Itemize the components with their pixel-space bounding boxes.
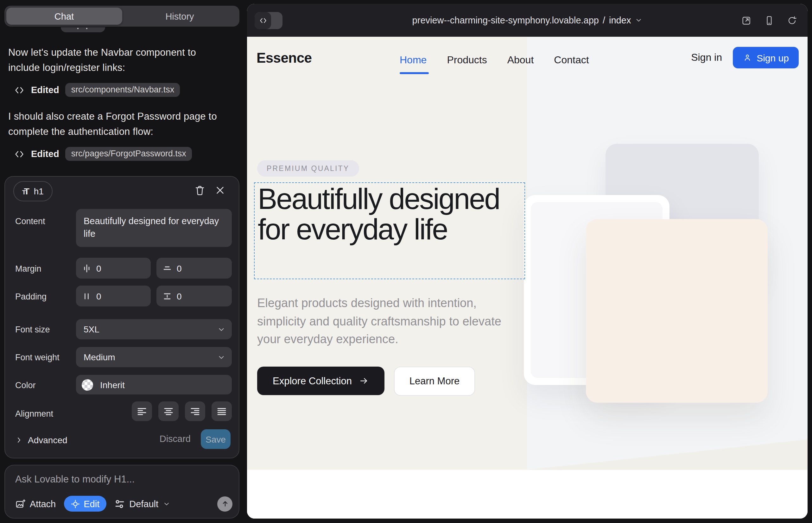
chevron-down-icon bbox=[217, 325, 226, 333]
attach-image-icon bbox=[15, 499, 25, 509]
clipped-scroll-chip bbox=[61, 27, 105, 32]
padding-y-input[interactable]: 0 bbox=[156, 286, 232, 306]
composer: Attach Edit Default bbox=[4, 465, 240, 519]
sliders-icon bbox=[114, 499, 125, 509]
code-icon bbox=[259, 16, 267, 25]
selected-h1-element[interactable]: Beautifully designed for everyday life bbox=[254, 182, 525, 279]
hero-cta-group: Explore Collection Learn More bbox=[257, 366, 475, 396]
site-content: Essence Home Products About Contact Sign… bbox=[247, 37, 808, 519]
align-justify-icon bbox=[217, 406, 227, 416]
edited-file-row: Edited src/components/Navbar.tsx bbox=[14, 83, 180, 97]
edited-label: Edited bbox=[31, 149, 59, 159]
align-justify-button[interactable] bbox=[212, 401, 232, 421]
preview-topbar: preview--charming-site-symphony.lovable.… bbox=[247, 4, 808, 37]
user-icon bbox=[743, 53, 752, 62]
margin-x-input[interactable]: 0 bbox=[76, 258, 151, 278]
explore-collection-button[interactable]: Explore Collection bbox=[257, 366, 385, 395]
font-size-label: Font size bbox=[15, 325, 50, 334]
file-chip[interactable]: src/components/Navbar.tsx bbox=[66, 83, 180, 97]
content-label: Content bbox=[15, 217, 45, 226]
color-swatch bbox=[82, 379, 93, 390]
topbar-actions bbox=[741, 15, 797, 26]
target-icon bbox=[71, 499, 80, 508]
padding-horizontal-icon bbox=[82, 292, 91, 301]
nav-link-products[interactable]: Products bbox=[447, 54, 487, 66]
auth-actions: Sign in Sign up bbox=[691, 47, 799, 68]
chevron-down-icon bbox=[635, 16, 642, 24]
alignment-group bbox=[132, 401, 232, 421]
sidebar: Chat History Now let's update the Navbar… bbox=[0, 0, 247, 523]
preview-panel: preview--charming-site-symphony.lovable.… bbox=[247, 4, 808, 519]
align-center-button[interactable] bbox=[158, 401, 179, 421]
arrow-up-icon bbox=[221, 500, 229, 508]
chat-message: I should also create a Forgot Password p… bbox=[8, 109, 229, 139]
learn-more-button[interactable]: Learn More bbox=[394, 366, 475, 396]
padding-vertical-icon bbox=[163, 292, 172, 301]
tab-history[interactable]: History bbox=[122, 7, 237, 25]
model-selector[interactable]: Default bbox=[114, 499, 170, 509]
chat-history-tabs: Chat History bbox=[4, 6, 240, 26]
save-button[interactable]: Save bbox=[201, 429, 231, 449]
margin-y-input[interactable]: 0 bbox=[156, 258, 232, 278]
chat-message: Now let's update the Navbar component to… bbox=[8, 45, 229, 75]
code-icon bbox=[14, 85, 25, 95]
element-tag: h1 bbox=[34, 186, 44, 196]
send-button[interactable] bbox=[217, 496, 232, 511]
edit-mode-button[interactable]: Edit bbox=[64, 496, 106, 511]
sign-up-button[interactable]: Sign up bbox=[733, 47, 799, 68]
trash-icon[interactable] bbox=[194, 184, 206, 196]
align-right-button[interactable] bbox=[185, 401, 205, 421]
mobile-device-icon[interactable] bbox=[764, 15, 775, 26]
chevron-down-icon bbox=[217, 353, 226, 361]
refresh-icon[interactable] bbox=[787, 15, 797, 26]
color-select[interactable]: Inherit bbox=[76, 375, 232, 395]
site-logo[interactable]: Essence bbox=[257, 50, 312, 67]
padding-x-input[interactable]: 0 bbox=[76, 286, 151, 306]
tab-chat[interactable]: Chat bbox=[6, 7, 122, 25]
text-size-icon: TT bbox=[22, 185, 30, 197]
margin-horizontal-icon bbox=[82, 264, 91, 273]
preview-url: preview--charming-site-symphony.lovable.… bbox=[412, 15, 599, 25]
margin-label: Margin bbox=[15, 264, 41, 273]
align-left-button[interactable] bbox=[132, 401, 152, 421]
advanced-toggle[interactable]: Advanced bbox=[15, 435, 68, 445]
nav-link-home[interactable]: Home bbox=[400, 54, 427, 66]
active-nav-underline bbox=[400, 72, 429, 74]
url-separator: / bbox=[603, 15, 605, 25]
chevron-right-icon bbox=[15, 436, 23, 444]
color-label: Color bbox=[15, 381, 36, 390]
chat-input[interactable] bbox=[15, 474, 227, 490]
code-view-toggle[interactable] bbox=[254, 12, 282, 29]
code-icon bbox=[14, 148, 25, 159]
open-external-icon[interactable] bbox=[741, 15, 752, 26]
url-breadcrumb[interactable]: preview--charming-site-symphony.lovable.… bbox=[412, 15, 642, 25]
font-weight-select[interactable]: Medium bbox=[76, 347, 232, 367]
discard-button[interactable]: Discard bbox=[160, 434, 191, 444]
file-chip[interactable]: src/pages/ForgotPassword.tsx bbox=[66, 147, 192, 161]
close-icon[interactable] bbox=[214, 184, 226, 196]
preview-path: index bbox=[609, 15, 631, 25]
hero-badge: PREMIUM QUALITY bbox=[257, 160, 359, 177]
attach-button[interactable]: Attach bbox=[15, 499, 56, 509]
composer-toolbar: Attach Edit Default bbox=[15, 496, 232, 511]
next-section-strip bbox=[247, 470, 808, 519]
hero-paragraph: Elegant products designed with intention… bbox=[257, 294, 512, 348]
nav-link-about[interactable]: About bbox=[507, 54, 534, 66]
align-right-icon bbox=[190, 406, 200, 416]
hero-heading: Beautifully designed for everyday life bbox=[258, 184, 524, 245]
hero-image-card-front bbox=[586, 219, 768, 403]
sign-in-link[interactable]: Sign in bbox=[691, 52, 722, 63]
font-weight-label: Font weight bbox=[15, 353, 59, 362]
align-center-icon bbox=[163, 406, 174, 416]
margin-vertical-icon bbox=[163, 264, 172, 273]
font-size-select[interactable]: 5XL bbox=[76, 319, 232, 339]
chevron-down-icon bbox=[163, 500, 170, 507]
arrow-right-icon bbox=[359, 376, 369, 385]
code-toggle-knob bbox=[254, 12, 271, 29]
edited-label: Edited bbox=[31, 85, 59, 95]
nav-link-contact[interactable]: Contact bbox=[554, 54, 589, 66]
edited-file-row: Edited src/pages/ForgotPassword.tsx bbox=[14, 147, 192, 161]
site-nav-links: Home Products About Contact bbox=[400, 54, 589, 66]
content-input[interactable]: Beautifully designed for everyday life bbox=[76, 209, 232, 247]
element-tag-pill[interactable]: TT h1 bbox=[13, 181, 53, 201]
